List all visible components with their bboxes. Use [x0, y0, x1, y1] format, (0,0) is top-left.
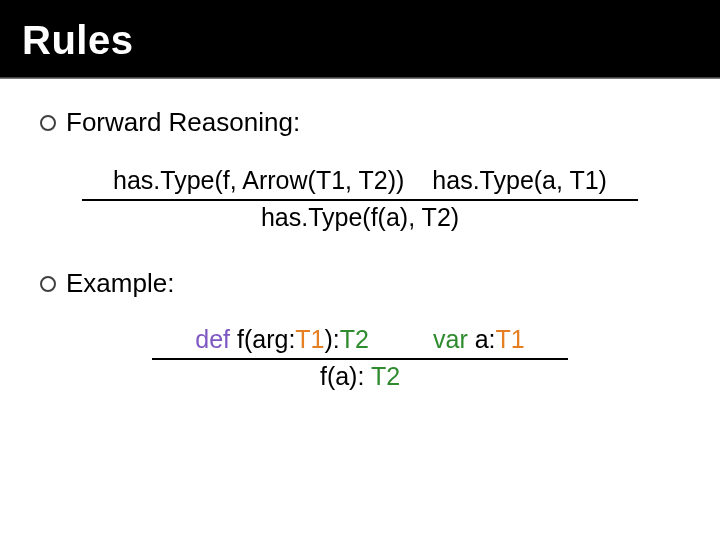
identifier-a: a: [335, 362, 349, 390]
identifier-a: a: [475, 325, 489, 353]
token-lparen: (: [327, 362, 335, 390]
conclusion: has.Type(f(a), T2): [80, 203, 640, 232]
keyword-def: def: [195, 325, 237, 353]
bullet-text: Forward Reasoning:: [66, 107, 300, 138]
slide: Rules Forward Reasoning: has.Type(f, Arr…: [0, 0, 720, 540]
premise-1: has.Type(f, Arrow(T1, T2)): [113, 166, 404, 195]
keyword-var: var: [433, 325, 475, 353]
inference-line: [82, 199, 638, 201]
inference-line: [152, 358, 568, 360]
type-t1: T1: [295, 325, 324, 353]
inference-rule-1: has.Type(f, Arrow(T1, T2)) has.Type(a, T…: [80, 166, 640, 232]
bullet-forward-reasoning: Forward Reasoning:: [40, 107, 680, 138]
conclusion: f(a): T2: [150, 362, 570, 391]
token-lparen-arg: (arg:: [244, 325, 295, 353]
circle-bullet-icon: [40, 276, 56, 292]
slide-body: Forward Reasoning: has.Type(f, Arrow(T1,…: [0, 79, 720, 391]
title-bar: Rules: [0, 0, 720, 78]
circle-bullet-icon: [40, 115, 56, 131]
identifier-f: f: [237, 325, 244, 353]
premise-2: has.Type(a, T1): [432, 166, 607, 195]
premise-1: def f(arg:T1):T2: [195, 325, 369, 354]
token-colon: :: [489, 325, 496, 353]
type-t2: T2: [340, 325, 369, 353]
premise-2: var a:T1: [433, 325, 525, 354]
inference-rule-2: def f(arg:T1):T2 var a:T1 f(a): T2: [150, 325, 570, 391]
premises-row: has.Type(f, Arrow(T1, T2)) has.Type(a, T…: [80, 166, 640, 195]
token-rparen-colon: ):: [325, 325, 340, 353]
premises-row: def f(arg:T1):T2 var a:T1: [150, 325, 570, 354]
identifier-f: f: [320, 362, 327, 390]
token-rparen-colon: ):: [349, 362, 371, 390]
bullet-example: Example:: [40, 268, 680, 299]
type-t2: T2: [371, 362, 400, 390]
type-t1: T1: [496, 325, 525, 353]
slide-title: Rules: [22, 18, 698, 63]
bullet-text: Example:: [66, 268, 174, 299]
